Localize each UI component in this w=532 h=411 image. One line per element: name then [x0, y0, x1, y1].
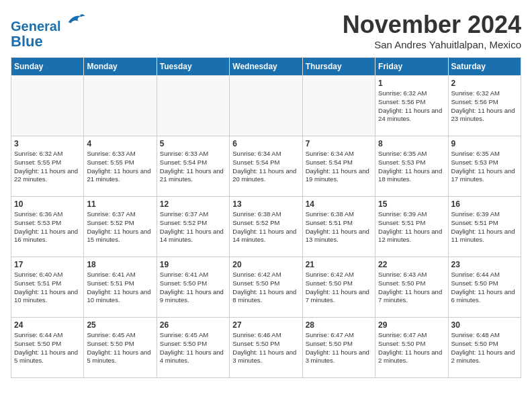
calendar-cell: 26Sunrise: 6:45 AM Sunset: 5:50 PM Dayli…: [157, 318, 229, 378]
calendar-cell: 30Sunrise: 6:48 AM Sunset: 5:50 PM Dayli…: [448, 318, 521, 378]
day-number: 5: [160, 139, 226, 148]
calendar-cell: 11Sunrise: 6:37 AM Sunset: 5:52 PM Dayli…: [84, 197, 157, 257]
calendar-cell: 12Sunrise: 6:37 AM Sunset: 5:52 PM Dayli…: [157, 197, 229, 257]
location-subtitle: San Andres Yahuitlalpan, Mexico: [343, 39, 521, 50]
day-number: 2: [451, 79, 518, 88]
day-info: Sunrise: 6:39 AM Sunset: 5:51 PM Dayligh…: [378, 210, 445, 244]
day-number: 28: [306, 320, 372, 330]
day-number: 16: [451, 199, 518, 209]
weekday-header-monday: Monday: [84, 58, 157, 76]
calendar-cell: 13Sunrise: 6:38 AM Sunset: 5:52 PM Dayli…: [230, 197, 302, 257]
day-info: Sunrise: 6:47 AM Sunset: 5:50 PM Dayligh…: [306, 331, 372, 365]
day-info: Sunrise: 6:45 AM Sunset: 5:50 PM Dayligh…: [160, 331, 226, 365]
weekday-header-tuesday: Tuesday: [157, 58, 229, 76]
day-number: 27: [232, 320, 299, 330]
day-number: 8: [378, 139, 445, 148]
day-info: Sunrise: 6:43 AM Sunset: 5:50 PM Dayligh…: [378, 271, 445, 305]
month-title: November 2024: [343, 11, 521, 39]
calendar-week-row: 1Sunrise: 6:32 AM Sunset: 5:56 PM Daylig…: [11, 76, 521, 136]
calendar-cell: 8Sunrise: 6:35 AM Sunset: 5:53 PM Daylig…: [375, 136, 448, 197]
calendar-cell: [157, 76, 229, 136]
calendar-cell: 1Sunrise: 6:32 AM Sunset: 5:56 PM Daylig…: [375, 76, 448, 136]
day-info: Sunrise: 6:35 AM Sunset: 5:53 PM Dayligh…: [378, 150, 445, 184]
day-info: Sunrise: 6:41 AM Sunset: 5:50 PM Dayligh…: [160, 271, 226, 305]
calendar-cell: 22Sunrise: 6:43 AM Sunset: 5:50 PM Dayli…: [375, 257, 448, 318]
day-info: Sunrise: 6:32 AM Sunset: 5:56 PM Dayligh…: [451, 89, 518, 124]
calendar-cell: 7Sunrise: 6:34 AM Sunset: 5:54 PM Daylig…: [302, 136, 375, 197]
day-number: 1: [378, 79, 445, 88]
day-info: Sunrise: 6:34 AM Sunset: 5:54 PM Dayligh…: [306, 150, 372, 184]
calendar-cell: 29Sunrise: 6:47 AM Sunset: 5:50 PM Dayli…: [375, 318, 448, 378]
day-info: Sunrise: 6:44 AM Sunset: 5:50 PM Dayligh…: [451, 271, 518, 305]
day-info: Sunrise: 6:48 AM Sunset: 5:50 PM Dayligh…: [451, 331, 518, 365]
logo: General Blue: [11, 11, 86, 50]
day-number: 21: [306, 260, 372, 269]
calendar-cell: 10Sunrise: 6:36 AM Sunset: 5:53 PM Dayli…: [11, 197, 84, 257]
weekday-header-wednesday: Wednesday: [230, 58, 302, 76]
day-info: Sunrise: 6:46 AM Sunset: 5:50 PM Dayligh…: [232, 331, 299, 365]
day-number: 24: [14, 320, 81, 330]
day-info: Sunrise: 6:44 AM Sunset: 5:50 PM Dayligh…: [14, 331, 81, 365]
day-info: Sunrise: 6:35 AM Sunset: 5:53 PM Dayligh…: [451, 150, 518, 184]
calendar-cell: 23Sunrise: 6:44 AM Sunset: 5:50 PM Dayli…: [448, 257, 521, 318]
calendar-cell: 25Sunrise: 6:45 AM Sunset: 5:50 PM Dayli…: [84, 318, 157, 378]
day-number: 18: [87, 260, 153, 269]
calendar-week-row: 10Sunrise: 6:36 AM Sunset: 5:53 PM Dayli…: [11, 197, 521, 257]
weekday-header-row: SundayMondayTuesdayWednesdayThursdayFrid…: [11, 58, 521, 76]
weekday-header-thursday: Thursday: [302, 58, 375, 76]
day-number: 26: [160, 320, 226, 330]
day-number: 22: [378, 260, 445, 269]
calendar-cell: [11, 76, 84, 136]
day-number: 7: [306, 139, 372, 148]
calendar-cell: 18Sunrise: 6:41 AM Sunset: 5:51 PM Dayli…: [84, 257, 157, 318]
day-info: Sunrise: 6:40 AM Sunset: 5:51 PM Dayligh…: [14, 271, 81, 305]
calendar-cell: 20Sunrise: 6:42 AM Sunset: 5:50 PM Dayli…: [230, 257, 302, 318]
calendar-cell: 4Sunrise: 6:33 AM Sunset: 5:55 PM Daylig…: [84, 136, 157, 197]
day-info: Sunrise: 6:37 AM Sunset: 5:52 PM Dayligh…: [160, 210, 226, 244]
calendar-week-row: 24Sunrise: 6:44 AM Sunset: 5:50 PM Dayli…: [11, 318, 521, 378]
calendar-cell: 21Sunrise: 6:42 AM Sunset: 5:50 PM Dayli…: [302, 257, 375, 318]
day-info: Sunrise: 6:41 AM Sunset: 5:51 PM Dayligh…: [87, 271, 153, 305]
day-info: Sunrise: 6:33 AM Sunset: 5:55 PM Dayligh…: [87, 150, 153, 184]
calendar-cell: 16Sunrise: 6:39 AM Sunset: 5:51 PM Dayli…: [448, 197, 521, 257]
day-number: 23: [451, 260, 518, 269]
calendar-cell: 3Sunrise: 6:32 AM Sunset: 5:55 PM Daylig…: [11, 136, 84, 197]
calendar-cell: 19Sunrise: 6:41 AM Sunset: 5:50 PM Dayli…: [157, 257, 229, 318]
day-info: Sunrise: 6:47 AM Sunset: 5:50 PM Dayligh…: [378, 331, 445, 365]
day-number: 12: [160, 199, 226, 209]
weekday-header-sunday: Sunday: [11, 58, 84, 76]
weekday-header-friday: Friday: [375, 58, 448, 76]
weekday-header-saturday: Saturday: [448, 58, 521, 76]
day-info: Sunrise: 6:34 AM Sunset: 5:54 PM Dayligh…: [232, 150, 299, 184]
day-info: Sunrise: 6:39 AM Sunset: 5:51 PM Dayligh…: [451, 210, 518, 244]
day-number: 19: [160, 260, 226, 269]
day-number: 9: [451, 139, 518, 148]
day-number: 14: [306, 199, 372, 209]
day-info: Sunrise: 6:42 AM Sunset: 5:50 PM Dayligh…: [306, 271, 372, 305]
day-info: Sunrise: 6:45 AM Sunset: 5:50 PM Dayligh…: [87, 331, 153, 365]
calendar-cell: 9Sunrise: 6:35 AM Sunset: 5:53 PM Daylig…: [448, 136, 521, 197]
calendar-cell: 27Sunrise: 6:46 AM Sunset: 5:50 PM Dayli…: [230, 318, 302, 378]
day-info: Sunrise: 6:36 AM Sunset: 5:53 PM Dayligh…: [14, 210, 81, 244]
calendar-week-row: 3Sunrise: 6:32 AM Sunset: 5:55 PM Daylig…: [11, 136, 521, 197]
day-info: Sunrise: 6:38 AM Sunset: 5:51 PM Dayligh…: [306, 210, 372, 244]
calendar-cell: 2Sunrise: 6:32 AM Sunset: 5:56 PM Daylig…: [448, 76, 521, 136]
page-header: General Blue November 2024 San Andres Ya…: [11, 11, 521, 50]
day-info: Sunrise: 6:32 AM Sunset: 5:56 PM Dayligh…: [378, 89, 445, 124]
logo-bird-icon: [66, 11, 86, 31]
calendar-cell: 17Sunrise: 6:40 AM Sunset: 5:51 PM Dayli…: [11, 257, 84, 318]
calendar-week-row: 17Sunrise: 6:40 AM Sunset: 5:51 PM Dayli…: [11, 257, 521, 318]
day-number: 25: [87, 320, 153, 330]
calendar-cell: 28Sunrise: 6:47 AM Sunset: 5:50 PM Dayli…: [302, 318, 375, 378]
day-number: 20: [232, 260, 299, 269]
calendar-cell: [84, 76, 157, 136]
calendar-cell: 6Sunrise: 6:34 AM Sunset: 5:54 PM Daylig…: [230, 136, 302, 197]
day-info: Sunrise: 6:42 AM Sunset: 5:50 PM Dayligh…: [232, 271, 299, 305]
day-number: 11: [87, 199, 153, 209]
day-number: 30: [451, 320, 518, 330]
calendar-cell: [230, 76, 302, 136]
calendar-cell: [302, 76, 375, 136]
calendar-cell: 5Sunrise: 6:33 AM Sunset: 5:54 PM Daylig…: [157, 136, 229, 197]
calendar-cell: 14Sunrise: 6:38 AM Sunset: 5:51 PM Dayli…: [302, 197, 375, 257]
day-number: 15: [378, 199, 445, 209]
